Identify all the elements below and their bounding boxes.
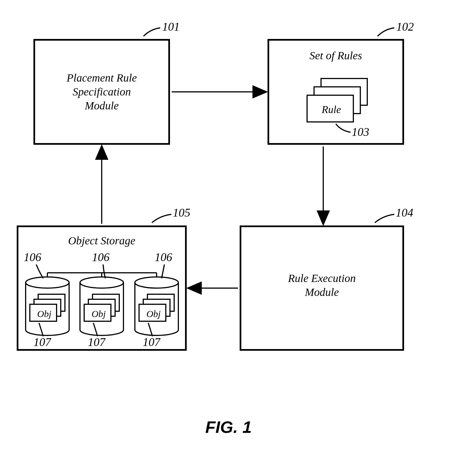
- obj-stack-3: Obj: [138, 294, 175, 324]
- box-102-title: Set of Rules: [268, 49, 404, 63]
- obj-label-1: Obj: [30, 308, 58, 320]
- ref-101: 101: [162, 20, 180, 33]
- ref-107-a: 107: [33, 335, 51, 349]
- rule-card-label: Rule: [308, 103, 355, 116]
- diagram-stage: Placement Rule Specification Module 101 …: [0, 0, 457, 476]
- rule-card-stack: Rule: [307, 78, 368, 125]
- ref-107-c: 107: [143, 335, 160, 349]
- ref-102: 102: [396, 20, 414, 33]
- obj-stack-1: Obj: [29, 294, 65, 324]
- obj-label-2: Obj: [85, 308, 113, 320]
- ref-106-a: 106: [24, 251, 41, 264]
- obj-label-3: Obj: [140, 308, 167, 320]
- ref-103: 103: [352, 125, 369, 139]
- ref-104: 104: [396, 206, 413, 219]
- obj-stack-2: Obj: [84, 294, 120, 324]
- figure-caption: FIG. 1: [0, 418, 457, 437]
- box-104-text: Rule Execution Module: [240, 271, 404, 299]
- ref-106-b: 106: [92, 251, 110, 264]
- box-105-title: Object Storage: [17, 234, 187, 248]
- ref-106-c: 106: [155, 251, 172, 264]
- box-101-text: Placement Rule Specification Module: [33, 71, 170, 113]
- ref-107-b: 107: [88, 335, 105, 349]
- ref-105: 105: [173, 206, 190, 219]
